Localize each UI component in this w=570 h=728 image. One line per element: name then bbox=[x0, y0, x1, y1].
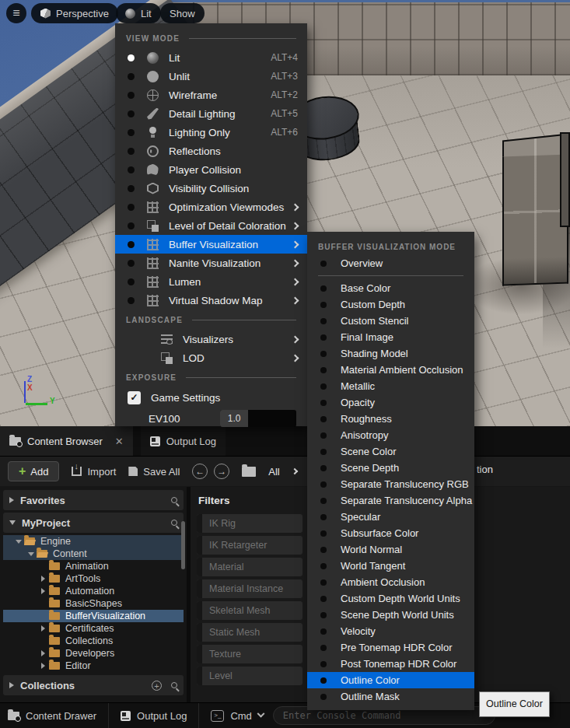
view-mode-item[interactable]: Nanite Visualization bbox=[115, 254, 307, 272]
tree-row[interactable]: Animation bbox=[3, 560, 184, 572]
buffer-mode-item[interactable]: Metallic bbox=[307, 378, 474, 394]
buffer-mode-item[interactable]: Velocity bbox=[307, 623, 474, 639]
buffer-mode-item[interactable]: Material Ambient Occlusion bbox=[307, 362, 474, 378]
view-mode-item[interactable]: Lighting Only ALT+6 bbox=[115, 123, 307, 142]
view-mode-item[interactable]: Unlit ALT+3 bbox=[115, 67, 307, 86]
twisty-icon[interactable] bbox=[41, 625, 45, 632]
view-mode-item[interactable]: Lit ALT+4 bbox=[115, 48, 307, 67]
buffer-mode-item[interactable]: Roughness bbox=[307, 411, 474, 427]
twisty-icon[interactable] bbox=[41, 663, 45, 669]
myproject-section[interactable]: MyProject bbox=[3, 513, 184, 533]
buffer-mode-item[interactable]: Final Image bbox=[307, 329, 474, 345]
tree-row[interactable]: Developers bbox=[3, 647, 184, 660]
filter-pill[interactable]: IK Rig bbox=[197, 514, 302, 533]
perspective-button[interactable]: Perspective bbox=[31, 3, 118, 23]
filter-pill[interactable]: IK Retargeter bbox=[197, 536, 302, 555]
view-mode-item[interactable]: Virtual Shadow Map bbox=[115, 291, 307, 310]
view-mode-item[interactable]: Optimization Viewmodes bbox=[115, 198, 307, 216]
tree-scrollbar[interactable] bbox=[181, 521, 185, 569]
add-button[interactable]: + Add bbox=[8, 461, 59, 481]
back-button[interactable]: ← bbox=[192, 464, 208, 479]
tree-row[interactable]: Certificates bbox=[3, 622, 184, 635]
view-mode-item[interactable]: Lumen bbox=[115, 272, 307, 291]
buffer-mode-item[interactable]: Pre Tonemap HDR Color bbox=[307, 639, 474, 656]
twisty-icon[interactable] bbox=[28, 552, 34, 556]
game-settings-checkbox[interactable]: ✓ bbox=[128, 391, 141, 404]
tree-row[interactable]: Editor bbox=[3, 660, 184, 672]
buffer-mode-item[interactable]: Custom Stencil bbox=[307, 313, 474, 329]
buffer-mode-item[interactable]: Anisotropy bbox=[307, 427, 474, 443]
tree-row[interactable]: ArtTools bbox=[3, 572, 184, 585]
buffer-mode-item[interactable]: Base Color bbox=[307, 280, 474, 296]
twisty-icon[interactable] bbox=[41, 576, 45, 582]
import-button[interactable]: Import bbox=[72, 466, 116, 478]
buffer-mode-item[interactable]: Separate Translucency RGB bbox=[307, 476, 474, 492]
buffer-mode-item[interactable]: Outline Color bbox=[307, 672, 474, 688]
view-mode-item[interactable]: Wireframe ALT+2 bbox=[115, 86, 307, 104]
buffer-mode-item[interactable]: Custom Depth World Units bbox=[307, 590, 474, 607]
cmd-dropdown[interactable]: >_ Cmd bbox=[211, 710, 263, 722]
breadcrumb-current-fragment[interactable]: tion bbox=[477, 464, 493, 475]
search-icon[interactable] bbox=[171, 497, 177, 503]
buffer-mode-item[interactable]: Scene Depth bbox=[307, 460, 474, 476]
view-mode-item[interactable]: Level of Detail Coloration bbox=[115, 216, 307, 235]
buffer-mode-item[interactable]: Scene Depth World Units bbox=[307, 607, 474, 623]
view-mode-icon bbox=[147, 220, 159, 232]
buffer-mode-item[interactable]: Opacity bbox=[307, 394, 474, 411]
show-button[interactable]: Show bbox=[160, 3, 205, 23]
add-collection-icon[interactable]: + bbox=[152, 681, 162, 691]
save-all-button[interactable]: Save All bbox=[128, 466, 180, 478]
view-mode-item[interactable]: Buffer Visualization bbox=[115, 235, 307, 254]
filter-pill[interactable]: Level bbox=[197, 667, 302, 685]
close-icon[interactable]: ✕ bbox=[115, 436, 124, 447]
tree-row[interactable]: Engine bbox=[3, 535, 184, 548]
content-drawer-button[interactable]: Content Drawer bbox=[8, 710, 96, 722]
filter-pill[interactable]: Material Instance bbox=[197, 579, 302, 598]
buffer-mode-label: Material Ambient Occlusion bbox=[341, 364, 463, 376]
buffer-mode-item[interactable]: Custom Depth bbox=[307, 296, 474, 313]
buffer-mode-item[interactable]: Shading Model bbox=[307, 345, 474, 362]
tree-row[interactable]: BasicShapes bbox=[3, 597, 184, 610]
buffer-mode-item[interactable]: World Normal bbox=[307, 541, 474, 558]
buffer-mode-item[interactable]: Subsurface Color bbox=[307, 525, 474, 541]
twisty-icon[interactable] bbox=[16, 540, 22, 544]
tree-row[interactable]: BufferVisualization bbox=[3, 610, 184, 622]
output-log-button[interactable]: Output Log bbox=[121, 710, 187, 722]
buffer-mode-item[interactable]: Scene Color bbox=[307, 443, 474, 460]
forward-button[interactable]: → bbox=[214, 464, 229, 479]
view-mode-label: Lit bbox=[141, 8, 152, 19]
view-mode-item[interactable]: Visibility Collision bbox=[115, 179, 307, 198]
view-mode-item[interactable]: Detail Lighting ALT+5 bbox=[115, 104, 307, 123]
buffer-mode-item[interactable]: World Tangent bbox=[307, 558, 474, 574]
tree-row[interactable]: Collections bbox=[3, 635, 184, 647]
tab-content-browser[interactable]: Content Browser ✕ bbox=[0, 426, 133, 456]
landscape-item[interactable]: LOD bbox=[115, 348, 307, 367]
breadcrumb-all[interactable]: All bbox=[268, 466, 279, 478]
ev100-slider[interactable]: 1.0 bbox=[220, 410, 296, 427]
buffer-mode-item[interactable]: Separate Translucency Alpha bbox=[307, 492, 474, 509]
twisty-icon[interactable] bbox=[41, 650, 45, 656]
buffer-mode-item[interactable]: Outline Mask bbox=[307, 688, 474, 705]
buffer-item-overview[interactable]: Overview bbox=[307, 255, 474, 271]
search-icon[interactable] bbox=[171, 520, 177, 526]
tree-row[interactable]: Automation bbox=[3, 585, 184, 597]
tree-row[interactable]: Content bbox=[3, 548, 184, 560]
view-mode-item[interactable]: Reflections bbox=[115, 142, 307, 160]
viewport-options-button[interactable]: ≡ bbox=[6, 3, 26, 23]
filter-pill[interactable]: Static Mesh bbox=[197, 623, 302, 642]
filter-pill[interactable]: Skeletal Mesh bbox=[197, 601, 302, 620]
radio-dot-icon bbox=[320, 367, 327, 373]
collections-section[interactable]: Collections + bbox=[3, 675, 184, 695]
filter-pill[interactable]: Texture bbox=[197, 645, 302, 663]
search-icon[interactable] bbox=[171, 682, 177, 688]
buffer-mode-item[interactable]: Specular bbox=[307, 509, 474, 525]
tab-output-log[interactable]: Output Log bbox=[141, 426, 226, 456]
landscape-item[interactable]: Visualizers bbox=[115, 330, 307, 348]
favorites-section[interactable]: Favorites bbox=[3, 490, 184, 510]
filter-pill[interactable]: Material bbox=[197, 558, 302, 576]
twisty-icon[interactable] bbox=[41, 588, 45, 594]
buffer-mode-item[interactable]: Post Tonemap HDR Color bbox=[307, 656, 474, 672]
buffer-mode-item[interactable]: Ambient Occlusion bbox=[307, 574, 474, 590]
view-mode-button[interactable]: Lit bbox=[116, 3, 161, 23]
view-mode-item[interactable]: Player Collision bbox=[115, 160, 307, 179]
